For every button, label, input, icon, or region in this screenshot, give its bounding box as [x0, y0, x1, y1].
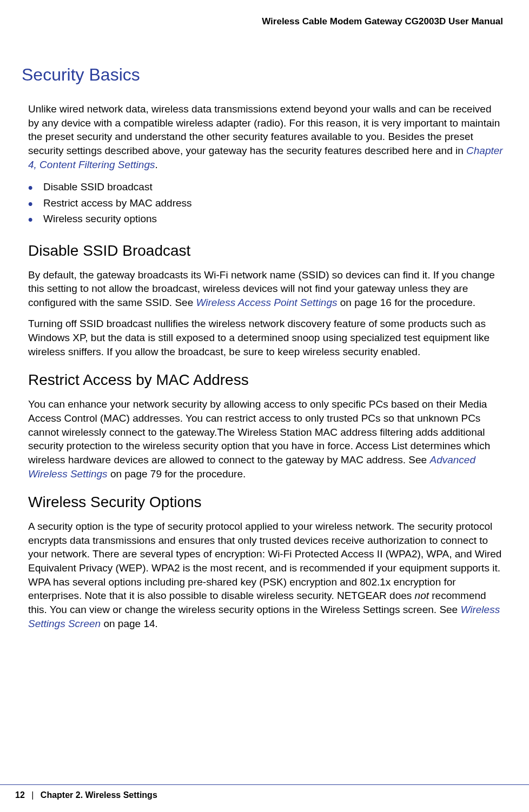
- intro-text-after: .: [155, 159, 157, 170]
- doc-header-title: Wireless Cable Modem Gateway CG2003D Use…: [22, 16, 507, 27]
- mac-paragraph: You can enhance your network security by…: [22, 397, 507, 481]
- intro-text-before: Unlike wired network data, wireless data…: [28, 103, 500, 156]
- intro-paragraph: Unlike wired network data, wireless data…: [22, 102, 507, 171]
- feature-bullet-list: Disable SSID broadcast Restrict access b…: [22, 179, 507, 227]
- page-footer: 12 | Chapter 2. Wireless Settings: [0, 784, 529, 800]
- footer-page-number: 12: [15, 790, 25, 800]
- text: on page 16 for the procedure.: [338, 297, 476, 308]
- heading-restrict-mac: Restrict Access by MAC Address: [28, 371, 507, 389]
- text: You can enhance your network security by…: [28, 398, 490, 465]
- heading-disable-ssid: Disable SSID Broadcast: [28, 242, 507, 259]
- footer-separator: |: [31, 790, 34, 800]
- footer-chapter: Chapter 2. Wireless Settings: [41, 790, 157, 800]
- list-item: Wireless security options: [28, 211, 507, 227]
- italic-not: not: [415, 590, 429, 601]
- text: on page 79 for the procedure.: [108, 468, 246, 480]
- page-title: Security Basics: [22, 65, 507, 85]
- link-wireless-ap-settings[interactable]: Wireless Access Point Settings: [196, 297, 338, 308]
- text: on page 14.: [101, 618, 158, 629]
- security-paragraph: A security option is the type of securit…: [22, 520, 507, 630]
- heading-wireless-security: Wireless Security Options: [28, 494, 507, 511]
- list-item: Restrict access by MAC address: [28, 195, 507, 211]
- ssid-paragraph-2: Turning off SSID broadcast nullifies the…: [22, 317, 507, 358]
- list-item: Disable SSID broadcast: [28, 179, 507, 195]
- ssid-paragraph-1: By default, the gateway broadcasts its W…: [22, 268, 507, 310]
